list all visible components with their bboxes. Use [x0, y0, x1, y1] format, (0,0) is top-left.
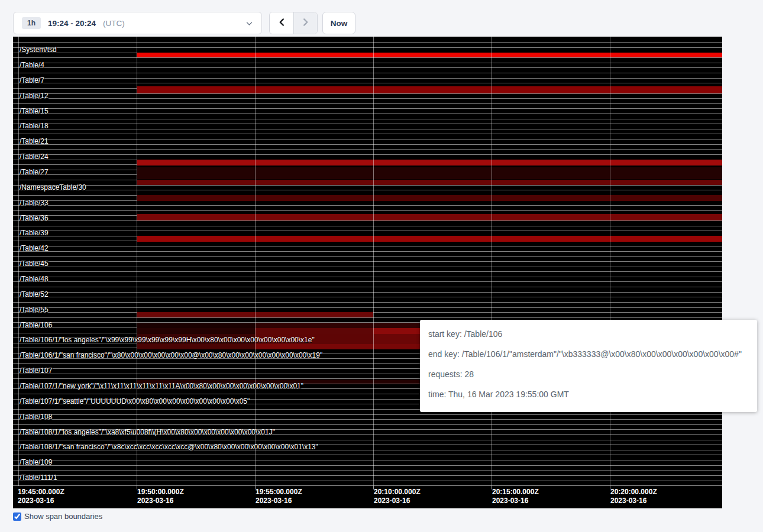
row-label: /Table/48	[20, 275, 49, 283]
time-nav-group	[269, 12, 318, 34]
span-boundary-line	[13, 226, 722, 226]
heat-band	[137, 236, 722, 242]
span-boundary-line	[13, 144, 722, 145]
row-label: /System/tsd	[20, 46, 57, 54]
span-boundary-line	[13, 210, 722, 211]
row-label: /Table/108/1/"los angeles"/"\xa8\xf5\u00…	[20, 428, 275, 436]
time-column-line	[610, 37, 610, 486]
span-boundary-line	[13, 67, 722, 68]
row-label: /Table/107/1/"new york"/"\x11\x11\x11\x1…	[20, 382, 303, 390]
row-label: /Table/106/1/"los angeles"/"\x99\x99\x99…	[20, 336, 315, 344]
prev-range-button[interactable]	[270, 12, 293, 34]
span-boundary-line	[13, 297, 722, 297]
now-button[interactable]: Now	[322, 12, 355, 34]
span-boundary-line	[13, 460, 722, 460]
span-boundary-line	[13, 154, 722, 155]
span-boundary-line	[13, 113, 722, 114]
span-boundary-line	[13, 261, 722, 262]
span-boundary-line	[13, 424, 722, 425]
span-boundary-line	[13, 231, 722, 231]
span-boundary-line	[13, 256, 722, 257]
span-boundary-line	[13, 287, 722, 287]
span-boundary-line	[13, 307, 722, 308]
time-column-line	[373, 37, 374, 486]
row-label: /Table/33	[20, 199, 49, 207]
span-boundary-line	[13, 98, 722, 99]
heat-band	[137, 323, 255, 328]
heat-band	[137, 53, 722, 58]
tooltip-line: start key: /Table/106	[428, 328, 749, 340]
row-label: /Table/52	[20, 290, 49, 299]
heat-band	[255, 328, 373, 334]
row-label: /NamespaceTable/30	[20, 183, 86, 192]
chevron-down-icon	[245, 20, 253, 27]
span-tooltip: start key: /Table/106end key: /Table/106…	[420, 320, 757, 412]
time-range-dropdown[interactable]: 1h 19:24 - 20:24 (UTC)	[13, 12, 262, 34]
time-column-line	[255, 37, 256, 486]
span-boundary-line	[13, 129, 722, 129]
span-boundary-line	[13, 267, 722, 267]
row-label: /Table/106/1/"san francisco"/"\x80\x00\x…	[20, 351, 322, 359]
row-label: /Table/55	[20, 306, 49, 314]
row-label: /Table/109	[20, 458, 52, 466]
span-boundary-line	[13, 57, 722, 58]
tooltip-line: requests: 28	[428, 368, 749, 380]
row-label: /Table/111/1	[20, 473, 57, 482]
range-timezone: (UTC)	[103, 19, 125, 28]
time-tick-label: 20:20:00.000Z 2023-03-16	[610, 488, 657, 505]
heat-band	[137, 180, 722, 186]
heatmap-grid-area: /System/tsd/Table/4/Table/7/Table/12/Tab…	[13, 37, 722, 486]
row-label: /Table/18	[20, 122, 49, 130]
time-tick-label: 19:45:00.000Z 2023-03-16	[18, 488, 64, 505]
time-column-line	[137, 37, 137, 486]
time-tick-label: 19:50:00.000Z 2023-03-16	[137, 488, 184, 505]
heat-band	[137, 195, 722, 201]
footer-controls: Show span boundaries	[13, 512, 102, 521]
time-column-line	[18, 37, 19, 486]
span-boundary-line	[13, 73, 722, 73]
time-axis: 19:45:00.000Z 2023-03-1619:50:00.000Z 20…	[13, 486, 722, 508]
span-boundary-line	[13, 475, 722, 476]
row-label: /Table/107/1/"seattle"/"UUUUUUD\x00\x80\…	[20, 397, 250, 406]
row-label: /Table/7	[20, 76, 44, 85]
row-label: /Table/27	[20, 168, 49, 176]
span-boundary-line	[13, 414, 722, 415]
row-label: /Table/107	[20, 366, 52, 375]
heat-band	[137, 214, 722, 220]
span-boundary-line	[13, 139, 722, 140]
key-visualizer-heatmap[interactable]: /System/tsd/Table/4/Table/7/Table/12/Tab…	[13, 37, 722, 508]
span-boundary-line	[13, 190, 722, 190]
key-visualizer-page: 1h 19:24 - 20:24 (UTC) Now /System/tsd/T…	[0, 0, 763, 532]
show-span-boundaries-checkbox[interactable]	[13, 512, 21, 521]
row-label: /Table/45	[20, 259, 49, 268]
row-label: /Table/4	[20, 61, 44, 69]
span-boundary-line	[13, 83, 722, 83]
time-tick-label: 20:15:00.000Z 2023-03-16	[492, 488, 539, 505]
span-boundary-line	[13, 440, 722, 440]
heat-band	[137, 344, 255, 349]
row-label: /Table/12	[20, 92, 49, 100]
span-boundary-line	[13, 455, 722, 455]
time-tick-label: 19:55:00.000Z 2023-03-16	[256, 488, 302, 505]
row-label: /Table/108/1/"san francisco"/"\x8c\xcc\x…	[20, 443, 318, 451]
span-boundary-line	[13, 134, 722, 134]
chevron-left-icon	[277, 18, 286, 28]
heat-band	[137, 160, 722, 166]
time-column-line	[492, 37, 492, 486]
span-boundary-line	[13, 281, 722, 282]
span-boundary-line	[13, 419, 722, 420]
span-boundary-line	[13, 220, 722, 221]
span-boundary-line	[13, 205, 722, 206]
span-boundary-line	[13, 124, 722, 124]
row-label: /Table/24	[20, 153, 49, 161]
next-range-button[interactable]	[293, 12, 317, 34]
span-boundary-line	[13, 108, 722, 109]
span-boundary-line	[13, 119, 722, 119]
span-boundary-line	[13, 63, 722, 63]
row-label: /Table/36	[20, 214, 49, 222]
span-boundary-line	[13, 42, 722, 43]
span-boundary-line	[13, 149, 722, 150]
span-boundary-line	[13, 271, 722, 272]
row-label: /Table/106	[20, 321, 52, 329]
span-boundary-line	[13, 302, 722, 303]
